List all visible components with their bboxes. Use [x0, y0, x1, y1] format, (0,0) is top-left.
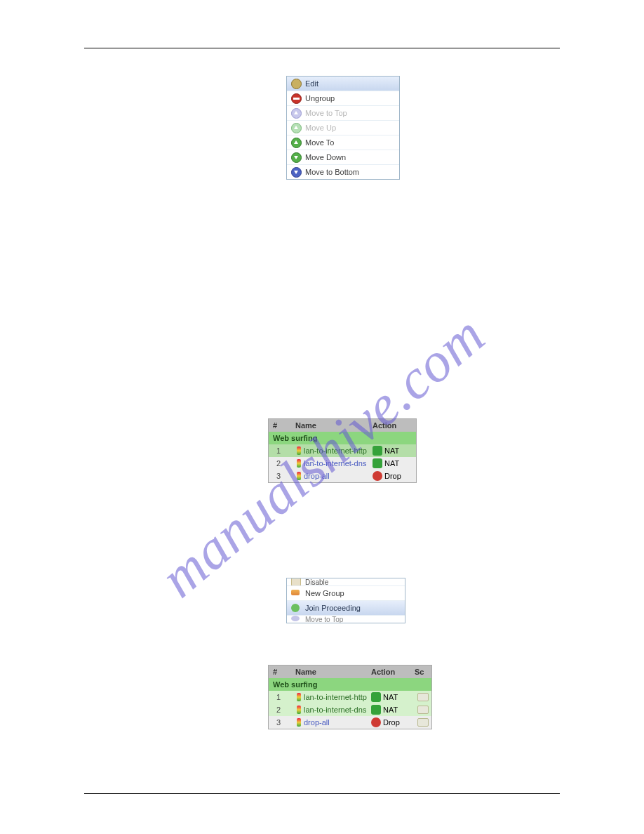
action-text: NAT [383, 691, 398, 703]
table-row[interactable]: 3 drop-all Drop [269, 470, 416, 482]
menu-label: Move To [305, 138, 334, 147]
rule-context-menu-partial: Disable New Group Join Proceeding Move t… [286, 578, 405, 623]
menu-move-to-bottom[interactable]: Move to Bottom [287, 165, 399, 179]
rule-name[interactable]: lan-to-internet-http [304, 444, 367, 457]
rules-table-2: # Name Action Sc Web surfing 1 lan-to-in… [268, 665, 432, 729]
menu-label: Ungroup [305, 94, 335, 102]
nat-icon [373, 446, 382, 456]
menu-move-top-cut[interactable]: Move to Top [287, 616, 405, 623]
col-sc: Sc [415, 666, 431, 678]
menu-move-down[interactable]: Move Down [287, 150, 399, 165]
table-row[interactable]: 1 lan-to-internet-http NAT [269, 691, 431, 703]
row-number: 2 [269, 457, 288, 470]
rules-table-1: # Name Action Web surfing 1 lan-to-inter… [268, 418, 417, 483]
menu-label: Move to Bottom [305, 168, 359, 176]
menu-move-to-top: Move to Top [287, 106, 399, 121]
ungroup-icon [291, 93, 302, 104]
schedule-icon [417, 693, 429, 701]
footer-rule [84, 793, 560, 794]
rule-name[interactable]: lan-to-internet-http [304, 691, 367, 703]
nat-icon [371, 705, 381, 715]
menu-move-to[interactable]: Move To [287, 135, 399, 150]
menu-label: Move Down [305, 153, 346, 161]
traffic-icon [297, 446, 301, 455]
menu-move-up: Move Up [287, 121, 399, 135]
traffic-icon [297, 718, 301, 727]
table-row[interactable]: 2 lan-to-internet-dns NAT [269, 703, 431, 716]
traffic-icon [297, 459, 301, 468]
col-name: Name [293, 666, 371, 678]
table-row[interactable]: 3 drop-all Drop [269, 716, 431, 729]
table-header: # Name Action Sc [269, 666, 431, 678]
menu-label: Move to Top [305, 616, 343, 623]
menu-label: Edit [305, 79, 318, 88]
row-number: 3 [269, 470, 288, 482]
table-row[interactable]: 2 lan-to-internet-dns NAT [269, 457, 416, 470]
table-row[interactable]: 1 lan-to-internet-http NAT [269, 444, 416, 457]
menu-label: Disable [305, 578, 328, 586]
move-top-icon [291, 108, 302, 119]
menu-edit[interactable]: Edit [287, 77, 399, 91]
col-action: Action [373, 419, 416, 432]
rule-name[interactable]: lan-to-internet-dns [304, 703, 366, 716]
rule-name[interactable]: drop-all [304, 716, 330, 729]
edit-icon [291, 79, 302, 89]
move-up-icon [291, 123, 302, 133]
rule-name[interactable]: lan-to-internet-dns [304, 457, 366, 470]
action-text: Drop [383, 716, 400, 729]
menu-ungroup[interactable]: Ungroup [287, 91, 399, 106]
col-number: # [269, 419, 293, 432]
schedule-icon [417, 718, 429, 727]
move-to-icon [291, 138, 302, 148]
menu-join-proceeding[interactable]: Join Proceeding [287, 601, 405, 616]
traffic-icon [297, 472, 301, 480]
move-bottom-icon [291, 167, 302, 178]
nat-icon [373, 458, 382, 468]
action-text: Drop [384, 470, 401, 482]
group-context-menu: Edit Ungroup Move to Top Move Up Move To… [286, 76, 400, 180]
group-header[interactable]: Web surfing [269, 432, 416, 444]
nat-icon [371, 692, 381, 702]
move-top-icon [291, 616, 300, 621]
action-text: NAT [383, 703, 398, 716]
move-down-icon [291, 152, 302, 163]
action-text: NAT [384, 444, 399, 457]
menu-new-group[interactable]: New Group [287, 586, 405, 601]
row-number: 2 [269, 703, 288, 716]
table-header: # Name Action [269, 419, 416, 432]
menu-label: Move Up [305, 124, 336, 132]
traffic-icon [297, 693, 301, 701]
row-number: 3 [269, 716, 288, 729]
schedule-icon [417, 706, 429, 714]
row-number: 1 [269, 444, 288, 457]
col-name: Name [293, 419, 373, 432]
col-action: Action [371, 666, 415, 678]
menu-label: Join Proceeding [305, 604, 361, 612]
header-rule [84, 48, 560, 48]
traffic-icon [297, 706, 301, 714]
disable-icon [291, 578, 301, 586]
new-group-icon [291, 590, 300, 595]
menu-disable-cut[interactable]: Disable [287, 578, 405, 586]
menu-label: New Group [305, 589, 344, 597]
join-icon [291, 604, 300, 612]
drop-icon [371, 717, 381, 727]
row-number: 1 [269, 691, 288, 703]
rule-name[interactable]: drop-all [304, 470, 330, 482]
col-number: # [269, 666, 293, 678]
group-header[interactable]: Web surfing [269, 678, 431, 691]
menu-label: Move to Top [305, 109, 347, 117]
action-text: NAT [384, 457, 399, 470]
drop-icon [373, 471, 382, 481]
